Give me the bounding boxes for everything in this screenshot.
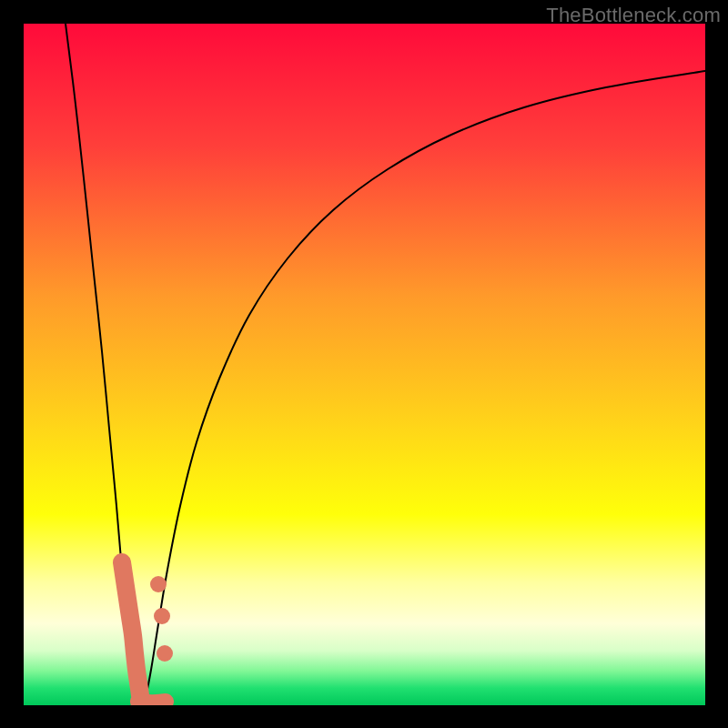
series-highlight-bottom xyxy=(138,702,166,703)
plot-area xyxy=(24,24,705,705)
series-highlight-right-dots-pt-1 xyxy=(154,608,170,624)
series-highlight-right-dots-pt-2 xyxy=(157,645,173,662)
curve-layer xyxy=(24,24,705,705)
series-highlight-right-dots-pt-0 xyxy=(150,576,167,592)
series-highlight-left xyxy=(122,562,140,695)
watermark-label: TheBottleneck.com xyxy=(546,4,721,27)
series-right-branch xyxy=(142,71,705,705)
outer-frame: TheBottleneck.com xyxy=(0,0,728,728)
